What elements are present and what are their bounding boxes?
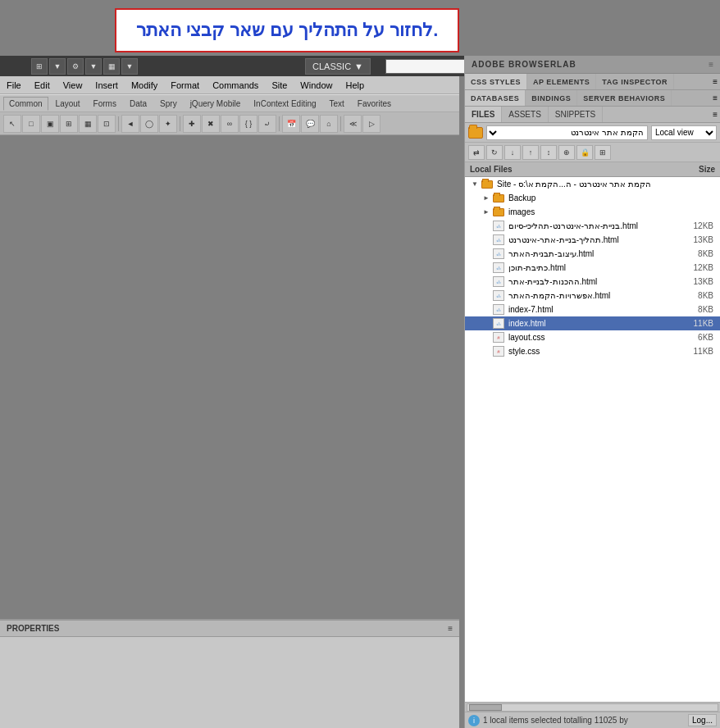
gear-arrow-btn[interactable]: ▼ bbox=[85, 58, 102, 75]
file-connect-btn[interactable]: ⇄ bbox=[468, 145, 485, 160]
tab-databases[interactable]: DATABASES bbox=[465, 90, 526, 106]
menu-file[interactable]: File bbox=[3, 79, 25, 92]
tab-favorites[interactable]: Favorites bbox=[352, 97, 397, 111]
tab-css-styles[interactable]: CSS STYLES bbox=[465, 74, 527, 89]
tab-jquery[interactable]: jQuery Mobile bbox=[185, 97, 247, 111]
file-refresh-btn[interactable]: ↻ bbox=[486, 145, 503, 160]
search-input[interactable] bbox=[385, 59, 476, 74]
arrow-down-btn[interactable]: ▼ bbox=[49, 58, 66, 75]
list-item[interactable]: ►Backup bbox=[465, 191, 720, 205]
row3-expand[interactable]: ≡ bbox=[713, 93, 718, 102]
list-item[interactable]: ‹/›index.html11KB bbox=[465, 316, 720, 330]
tab-layout[interactable]: Layout bbox=[50, 97, 86, 111]
list-item[interactable]: ‹/›בניית-אתר-אינטרנט-תהליכי-סיום.html12K… bbox=[465, 219, 720, 233]
file-size: 8KB bbox=[698, 249, 717, 258]
tool-box[interactable]: □ bbox=[22, 115, 40, 133]
menu-commands[interactable]: Commands bbox=[209, 79, 262, 92]
tool-head[interactable]: ⌂ bbox=[320, 115, 338, 133]
tab-server-behaviors[interactable]: SERVER BEHAVIORS bbox=[577, 90, 672, 106]
file-list-header: Local Files Size bbox=[465, 162, 720, 177]
tool-table[interactable]: ⊞ bbox=[60, 115, 78, 133]
layout-arrow-btn[interactable]: ▼ bbox=[121, 58, 138, 75]
view-select[interactable]: Local view Remote view Testing server bbox=[651, 125, 717, 140]
file-download-btn[interactable]: ↓ bbox=[504, 145, 521, 160]
expand-icon[interactable]: ► bbox=[481, 207, 491, 217]
tab-data[interactable]: Data bbox=[124, 97, 153, 111]
tab-tag-inspector[interactable]: TAG INSPECTOR bbox=[596, 74, 674, 89]
right-panel: ADOBE BROWSERLAB ≡ CSS STYLES AP ELEMENT… bbox=[464, 56, 720, 728]
tool-minus[interactable]: ✖ bbox=[202, 115, 220, 133]
expand-icon[interactable]: ► bbox=[481, 193, 491, 203]
layout-btn[interactable]: ▦ bbox=[103, 58, 120, 75]
tab-forms[interactable]: Forms bbox=[88, 97, 122, 111]
panel-tabs-row4: FILES ASSETS SNIPPETS ≡ bbox=[465, 107, 720, 123]
tool-comment[interactable]: 💬 bbox=[301, 115, 319, 133]
gear-btn[interactable]: ⚙ bbox=[67, 58, 84, 75]
tab-spry[interactable]: Spry bbox=[154, 97, 183, 111]
file-expand-btn[interactable]: ⊕ bbox=[558, 145, 575, 160]
menu-site[interactable]: Site bbox=[268, 79, 290, 92]
tool-date[interactable]: 📅 bbox=[282, 115, 300, 133]
file-size: 13KB bbox=[694, 277, 717, 286]
tool-arrow-r[interactable]: ◄ bbox=[121, 115, 139, 133]
tool-ellipse[interactable]: ◯ bbox=[140, 115, 158, 133]
tool-img[interactable]: ▣ bbox=[41, 115, 59, 133]
tool-link[interactable]: ∞ bbox=[221, 115, 239, 133]
row4-expand[interactable]: ≡ bbox=[713, 110, 718, 119]
workspace-dropdown[interactable]: CLASSIC ▼ bbox=[305, 58, 371, 75]
file-grid-btn[interactable]: ⊞ bbox=[595, 145, 611, 160]
tab-files[interactable]: FILES bbox=[465, 107, 502, 122]
file-sync-btn[interactable]: ↕ bbox=[540, 145, 557, 160]
tool-script[interactable]: ≪ bbox=[344, 115, 362, 133]
tool-plus[interactable]: ✚ bbox=[183, 115, 201, 133]
folder-icon bbox=[481, 180, 493, 189]
grid-btn[interactable]: ⊞ bbox=[31, 58, 48, 75]
list-item[interactable]: ‹/›כתיבת-תוכן.html12KB bbox=[465, 261, 720, 275]
menu-edit[interactable]: Edit bbox=[31, 79, 53, 92]
tool-star[interactable]: ✦ bbox=[159, 115, 177, 133]
list-item[interactable]: ‹/›אפשרויות-הקמת-האתר.html8KB bbox=[465, 289, 720, 303]
tool-layout2[interactable]: ⊡ bbox=[98, 115, 116, 133]
scrollbar-thumb[interactable] bbox=[469, 704, 502, 711]
file-name: ההכנות-לבניית-אתר.html bbox=[506, 277, 692, 286]
tab-bindings[interactable]: BINDINGS bbox=[526, 90, 577, 106]
menu-insert[interactable]: Insert bbox=[92, 79, 121, 92]
tool-sep2 bbox=[180, 116, 180, 131]
tab-common[interactable]: Common bbox=[3, 97, 48, 111]
tool-cursor[interactable]: ↖ bbox=[3, 115, 21, 133]
log-button[interactable]: Log... bbox=[688, 714, 717, 726]
file-lock-btn[interactable]: 🔒 bbox=[576, 145, 593, 160]
tool-code[interactable]: { } bbox=[239, 115, 257, 133]
tool-tpl[interactable]: ▷ bbox=[362, 115, 381, 133]
tab-snippets[interactable]: SNIPPETS bbox=[549, 107, 603, 122]
browserlab-expand[interactable]: ≡ bbox=[709, 60, 713, 69]
scrollbar-area[interactable] bbox=[465, 702, 720, 712]
list-item[interactable]: ►images bbox=[465, 205, 720, 219]
list-item[interactable]: ‹/›עיצוב-תבנית-האתר.html8KB bbox=[465, 247, 720, 261]
site-select[interactable]: הקמת אתר אינטרנט bbox=[486, 125, 648, 140]
list-item[interactable]: #layout.css6KB bbox=[465, 330, 720, 344]
list-item[interactable]: ▼Site - הקמת אתר אינטרנט - ה...הקמת א\:ס bbox=[465, 177, 720, 191]
list-item[interactable]: ‹/›ההכנות-לבניית-אתר.html13KB bbox=[465, 275, 720, 289]
properties-expand[interactable]: ≡ bbox=[448, 624, 453, 633]
expand-icon[interactable]: ▼ bbox=[470, 180, 480, 189]
menu-window[interactable]: Window bbox=[297, 79, 335, 92]
menu-format[interactable]: Format bbox=[167, 79, 203, 92]
tool-wrap[interactable]: ⤾ bbox=[258, 115, 276, 133]
menu-help[interactable]: Help bbox=[342, 79, 367, 92]
html-file-icon: ‹/› bbox=[493, 234, 504, 245]
list-item[interactable]: #style.css11KB bbox=[465, 344, 720, 358]
file-upload-btn[interactable]: ↑ bbox=[522, 145, 539, 160]
list-item[interactable]: ‹/›index-7.html8KB bbox=[465, 303, 720, 316]
tool-grid[interactable]: ▦ bbox=[79, 115, 97, 133]
menu-view[interactable]: View bbox=[60, 79, 86, 92]
list-item[interactable]: ‹/›תהליך-בניית-אתר-אינטרנט.html13KB bbox=[465, 233, 720, 247]
scrollbar-track[interactable] bbox=[467, 703, 718, 712]
menu-modify[interactable]: Modify bbox=[128, 79, 161, 92]
tab-text[interactable]: Text bbox=[324, 97, 350, 111]
tab-assets[interactable]: ASSETS bbox=[502, 107, 548, 122]
tab-incontext[interactable]: InContext Editing bbox=[248, 97, 321, 111]
tab-ap-elements[interactable]: AP ELEMENTS bbox=[527, 74, 596, 89]
row2-expand[interactable]: ≡ bbox=[713, 77, 718, 86]
file-name: style.css bbox=[506, 347, 692, 356]
